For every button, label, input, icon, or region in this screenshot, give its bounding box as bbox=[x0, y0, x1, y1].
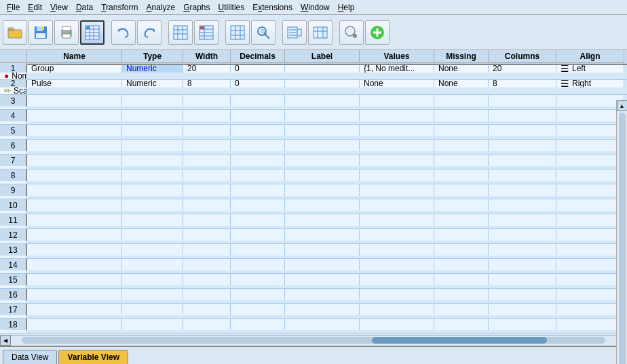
table-row[interactable]: 1 Group Numeric 20 0 {1, No medit... Non… bbox=[0, 65, 627, 80]
tab-variable-view[interactable]: Variable View bbox=[58, 350, 128, 364]
nominal-icon: ● bbox=[4, 73, 9, 80]
row-num: 16 bbox=[0, 289, 27, 300]
row-num: 15 bbox=[0, 274, 27, 285]
row1-align[interactable]: ☰ Left bbox=[556, 65, 624, 73]
scroll-left-arrow[interactable]: ◀ bbox=[0, 335, 11, 346]
table-row[interactable]: 9 bbox=[0, 184, 627, 199]
goto-variable-button[interactable] bbox=[194, 20, 218, 45]
print-button[interactable] bbox=[54, 20, 79, 45]
sep5 bbox=[334, 20, 338, 45]
scroll-up-arrow[interactable]: ▲ bbox=[617, 100, 628, 111]
table-row[interactable]: 6 bbox=[0, 140, 627, 155]
table-row[interactable]: 3 bbox=[0, 95, 627, 110]
columns-button[interactable] bbox=[308, 20, 332, 45]
scroll-track[interactable] bbox=[22, 337, 605, 344]
menu-data[interactable]: Data bbox=[72, 1, 97, 14]
add-button[interactable] bbox=[365, 20, 390, 45]
menu-utilities[interactable]: Utilities bbox=[214, 1, 249, 14]
row-num: 7 bbox=[0, 155, 27, 166]
row2-missing[interactable]: None bbox=[434, 80, 489, 87]
row1-label[interactable] bbox=[285, 65, 360, 73]
sep2 bbox=[163, 20, 167, 45]
row1-values[interactable]: {1, No medit... bbox=[360, 65, 434, 73]
table-row[interactable]: 2 Pulse Numeric 8 0 None None 8 ☰ Right … bbox=[0, 80, 627, 95]
table-row[interactable]: 11 bbox=[0, 214, 627, 229]
redo-button[interactable] bbox=[137, 20, 162, 45]
row-num: 13 bbox=[0, 244, 27, 256]
sep1 bbox=[106, 20, 110, 45]
menu-view[interactable]: View bbox=[46, 1, 72, 14]
row2-values[interactable]: None bbox=[360, 80, 434, 87]
menu-edit[interactable]: Edit bbox=[24, 1, 46, 14]
menu-transform[interactable]: Transform bbox=[97, 1, 142, 14]
zoom-button[interactable] bbox=[339, 20, 364, 45]
vertical-scrollbar[interactable]: ▲ ▼ bbox=[616, 100, 627, 364]
row1-width[interactable]: 20 bbox=[183, 65, 231, 73]
header-align: Align bbox=[556, 50, 624, 63]
row2-align[interactable]: ☰ Right bbox=[556, 80, 624, 87]
row1-name[interactable]: Group bbox=[27, 65, 122, 73]
row1-decimals[interactable]: 0 bbox=[231, 65, 285, 73]
row-num: 12 bbox=[0, 229, 27, 241]
horizontal-scrollbar[interactable]: ◀ ▶ bbox=[0, 335, 627, 346]
header-width: Width bbox=[183, 50, 231, 63]
svg-rect-19 bbox=[174, 26, 187, 39]
empty-cell[interactable] bbox=[27, 95, 122, 106]
row2-width[interactable]: 8 bbox=[183, 80, 231, 87]
svg-text:🔍: 🔍 bbox=[260, 28, 267, 35]
table-row[interactable]: 17 bbox=[0, 304, 627, 319]
sep4 bbox=[277, 20, 281, 45]
table-row[interactable]: 10 bbox=[0, 199, 627, 214]
menu-window[interactable]: Window bbox=[297, 1, 334, 14]
menu-help[interactable]: Help bbox=[334, 1, 359, 14]
svg-rect-10 bbox=[62, 34, 71, 38]
row-num: 3 bbox=[0, 95, 27, 106]
table-row[interactable]: 12 bbox=[0, 229, 627, 244]
variable-view-button[interactable] bbox=[80, 20, 104, 45]
undo-button[interactable] bbox=[111, 20, 136, 45]
row-num: 9 bbox=[0, 184, 27, 196]
row2-decimals[interactable]: 0 bbox=[231, 80, 285, 87]
svg-rect-1 bbox=[8, 30, 22, 38]
grid-button[interactable] bbox=[225, 20, 250, 45]
scroll-thumb[interactable] bbox=[372, 337, 547, 344]
menu-analyze[interactable]: Analyze bbox=[142, 1, 179, 14]
align-icon: ☰ bbox=[560, 80, 569, 87]
menu-file[interactable]: File bbox=[3, 1, 24, 14]
table-row[interactable]: 8 bbox=[0, 169, 627, 184]
row-num: 8 bbox=[0, 169, 27, 181]
row1-type[interactable]: Numeric bbox=[122, 65, 183, 73]
row-num: 18 bbox=[0, 319, 27, 330]
row2-columns[interactable]: 8 bbox=[489, 80, 556, 87]
row2-type[interactable]: Numeric bbox=[122, 80, 183, 87]
table-row[interactable]: 18 bbox=[0, 319, 627, 333]
table-row[interactable]: 14 bbox=[0, 259, 627, 274]
toolbar: 🔍 bbox=[0, 15, 627, 50]
find-button[interactable]: 🔍 bbox=[251, 20, 276, 45]
row1-missing[interactable]: None bbox=[434, 65, 489, 73]
row1-columns[interactable]: 20 bbox=[489, 65, 556, 73]
row2-name[interactable]: Pulse bbox=[27, 80, 122, 87]
row2-measure[interactable]: ✏ Scale bbox=[0, 87, 27, 95]
cases-button[interactable] bbox=[282, 20, 307, 45]
table-row[interactable]: 4 bbox=[0, 110, 627, 125]
menu-graphs[interactable]: Graphs bbox=[179, 1, 214, 14]
open-button[interactable] bbox=[3, 20, 27, 45]
table-row[interactable]: 16 bbox=[0, 289, 627, 304]
row1-measure[interactable]: ● Nominal bbox=[0, 73, 27, 80]
table-row[interactable]: 13 bbox=[0, 244, 627, 259]
table-row[interactable]: 15 bbox=[0, 274, 627, 289]
header-columns: Columns bbox=[489, 50, 556, 63]
table-row[interactable]: 5 bbox=[0, 125, 627, 140]
menu-extensions[interactable]: Extensions bbox=[248, 1, 297, 14]
align-icon: ☰ bbox=[560, 65, 569, 73]
main-content: Name Type Width Decimals Label Values Mi… bbox=[0, 50, 627, 364]
header-rownum bbox=[0, 50, 27, 63]
table-row[interactable]: 7 bbox=[0, 155, 627, 169]
save-button[interactable] bbox=[28, 20, 53, 45]
row2-label[interactable] bbox=[285, 80, 360, 87]
tab-data-view[interactable]: Data View bbox=[3, 350, 57, 364]
vscroll-track[interactable] bbox=[619, 113, 626, 364]
svg-point-11 bbox=[69, 31, 71, 33]
goto-data-button[interactable] bbox=[168, 20, 193, 45]
